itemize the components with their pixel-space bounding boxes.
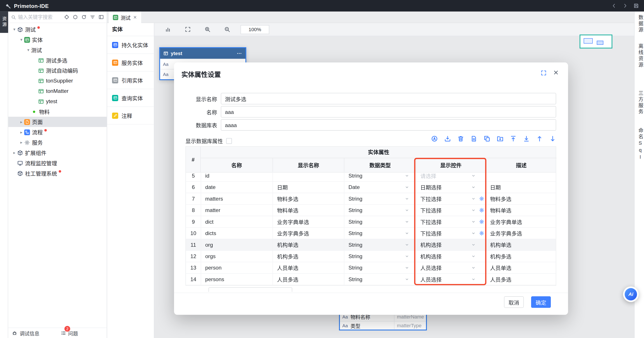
entity-menu-icon[interactable] xyxy=(236,51,242,56)
palette-item[interactable]: 注释 xyxy=(107,107,154,125)
property-row[interactable]: 9 dict 业务字典单选 String 下拉选择 业务字典单选 xyxy=(186,216,556,228)
prop-display-cell[interactable]: 日期 xyxy=(272,182,344,193)
import-icon[interactable] xyxy=(444,135,451,142)
property-row[interactable]: 11 org 机构单选 String 机构选择 机构单选 xyxy=(186,239,556,251)
prop-type-select[interactable]: String xyxy=(344,228,416,239)
caret-down-icon[interactable]: ▾ xyxy=(26,48,31,52)
prop-control-select[interactable]: 下拉选择 xyxy=(416,216,486,227)
property-row[interactable]: 14 persons 人员多选 String 人员选择 人员多选 xyxy=(186,274,556,285)
prop-type-select[interactable]: String xyxy=(344,239,416,250)
dock-tab-3[interactable]: 命名Sql xyxy=(637,128,644,161)
prop-display-cell[interactable]: 业务字典单选 xyxy=(272,216,344,227)
prop-display-cell[interactable]: 业务字典多选 xyxy=(272,228,344,239)
property-row[interactable]: 5 id String 请选择 xyxy=(186,173,556,182)
move-bottom-icon[interactable] xyxy=(523,135,530,142)
prop-control-select[interactable]: 请选择 xyxy=(416,173,486,181)
tree-item[interactable]: ▸服务 xyxy=(8,137,106,147)
move-top-icon[interactable] xyxy=(510,135,517,142)
caret-right-icon[interactable]: ▸ xyxy=(18,140,24,145)
prop-display-cell[interactable] xyxy=(272,173,344,181)
tree-item[interactable]: ▾测试 xyxy=(8,24,106,35)
cancel-button[interactable]: 取消 xyxy=(504,296,524,308)
prop-display-cell[interactable]: 人员单选 xyxy=(272,262,344,273)
prop-name-cell[interactable]: orgs xyxy=(201,251,273,262)
prop-name-cell[interactable]: persons xyxy=(201,274,273,285)
locate-icon[interactable] xyxy=(64,15,69,20)
property-row[interactable]: 7 matters 物料多选 String 下拉选择 物料多选 xyxy=(186,193,556,205)
prop-control-select[interactable]: 下拉选择 xyxy=(416,205,486,216)
delete-icon[interactable] xyxy=(457,135,464,142)
dock-tab-0[interactable]: 数据源 xyxy=(637,15,644,33)
caret-right-icon[interactable]: ▸ xyxy=(18,130,24,134)
tree-item[interactable]: 测试自动编码 xyxy=(8,65,106,76)
refresh-icon[interactable] xyxy=(81,15,86,20)
prop-control-select[interactable]: 日期选择 xyxy=(416,182,486,193)
prop-name-cell[interactable]: date xyxy=(201,182,273,193)
prop-name-cell[interactable]: person xyxy=(201,262,273,273)
prop-type-select[interactable]: String xyxy=(344,193,416,204)
tree-item[interactable]: ▾实体 xyxy=(8,35,106,45)
nav-back-icon[interactable] xyxy=(611,3,617,9)
problems-button[interactable]: 问题 2 xyxy=(61,330,78,337)
db-table-input[interactable] xyxy=(221,119,556,131)
tree-item[interactable]: tonSupplier xyxy=(8,76,106,86)
tree-item[interactable]: ▸页面 xyxy=(8,117,106,127)
prop-display-cell[interactable]: 人员多选 xyxy=(272,274,344,285)
entity-field-row[interactable]: Aa 类型 matterType xyxy=(340,321,426,329)
prop-name-cell[interactable]: dict xyxy=(201,216,273,227)
tree-item[interactable]: tonMatter xyxy=(8,86,106,96)
name-input[interactable] xyxy=(221,106,556,117)
copy-icon[interactable] xyxy=(484,135,490,142)
property-row[interactable]: 10 dicts 业务字典多选 String 下拉选择 业务字典多选 xyxy=(186,228,556,239)
ai-assistant-button[interactable]: Ai xyxy=(623,286,638,302)
control-settings-gear-icon[interactable] xyxy=(479,219,484,224)
prop-type-select[interactable]: String xyxy=(344,216,416,227)
ai-fill-icon[interactable] xyxy=(431,135,438,142)
zoom-in-icon[interactable] xyxy=(204,26,211,33)
control-settings-gear-icon[interactable] xyxy=(479,196,484,201)
dock-tab-2[interactable]: 三方服务 xyxy=(637,90,644,115)
prop-display-cell[interactable]: 物料多选 xyxy=(272,193,344,204)
property-row[interactable]: 6 date 日期 Date 日期选择 日期 xyxy=(186,182,556,193)
search-input[interactable] xyxy=(18,14,62,20)
palette-item[interactable]: 服务实体 xyxy=(107,54,154,72)
tree-item[interactable]: ▸流程 xyxy=(8,127,106,137)
prop-type-select[interactable]: String xyxy=(344,251,416,262)
layout-icon[interactable] xyxy=(98,15,104,20)
chart-icon[interactable] xyxy=(165,26,171,33)
add-folder-icon[interactable] xyxy=(497,135,504,142)
palette-item[interactable]: 查询实体 xyxy=(107,89,154,107)
hexagon-icon[interactable] xyxy=(72,15,78,20)
prop-control-select[interactable]: 人员选择 xyxy=(416,274,486,285)
dialog-fullscreen-icon[interactable] xyxy=(540,70,547,76)
move-up-icon[interactable] xyxy=(536,135,543,142)
zoom-level[interactable]: 100% xyxy=(240,25,269,34)
resources-rail-tab[interactable]: 资源 xyxy=(0,12,8,33)
editor-tab[interactable]: 测试 xyxy=(109,12,141,23)
tree-item[interactable]: 社工管理系统 xyxy=(8,168,106,179)
property-row[interactable]: 12 orgs 机构多选 String 机构选择 机构多选 xyxy=(186,251,556,262)
minimap[interactable] xyxy=(580,35,612,49)
tree-item[interactable]: 物料 xyxy=(8,106,106,117)
tree-item[interactable]: ▸扩展组件 xyxy=(8,147,106,158)
dialog-close-icon[interactable] xyxy=(553,69,559,76)
prop-control-select[interactable]: 机构选择 xyxy=(416,251,486,262)
prop-display-cell[interactable]: 物料单选 xyxy=(272,205,344,216)
prop-control-select[interactable]: 人员选择 xyxy=(416,262,486,273)
ok-button[interactable]: 确定 xyxy=(531,296,551,308)
prop-name-cell[interactable]: matters xyxy=(201,193,273,204)
prop-control-select[interactable]: 下拉选择 xyxy=(416,193,486,204)
caret-right-icon[interactable]: ▸ xyxy=(12,150,17,155)
fit-screen-icon[interactable] xyxy=(185,26,191,33)
prop-display-cell[interactable]: 机构多选 xyxy=(272,251,344,262)
prop-control-select[interactable]: 机构选择 xyxy=(416,239,486,250)
debug-icon[interactable] xyxy=(12,330,17,335)
prop-type-select[interactable]: String xyxy=(344,205,416,216)
zoom-out-icon[interactable] xyxy=(224,26,230,33)
prop-name-cell[interactable]: dicts xyxy=(201,228,273,239)
prop-control-select[interactable]: 下拉选择 xyxy=(416,228,486,239)
debug-info-label[interactable]: 调试信息 xyxy=(20,330,40,337)
palette-item[interactable]: 引用实体 xyxy=(107,72,154,89)
prop-display-cell[interactable]: 机构单选 xyxy=(272,239,344,250)
prop-type-select[interactable]: String xyxy=(344,262,416,273)
